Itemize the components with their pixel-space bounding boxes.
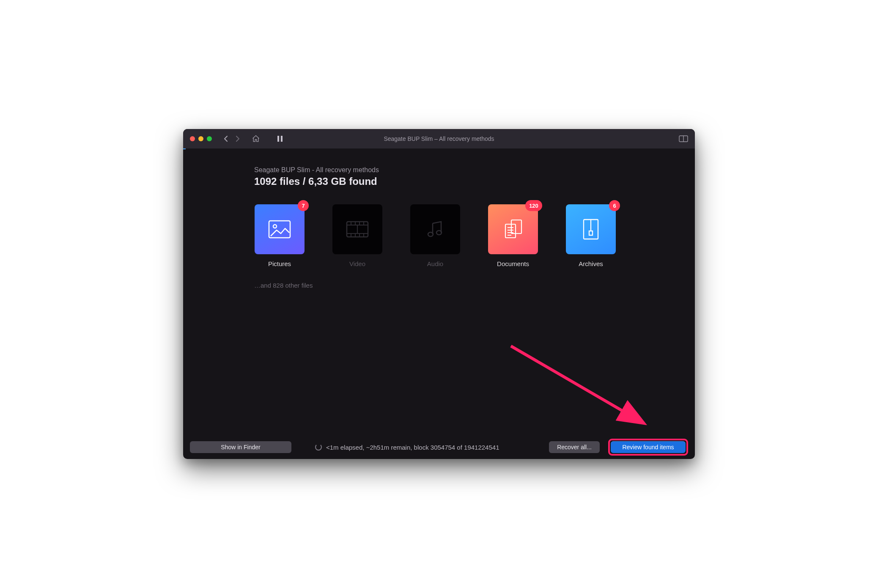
archives-icon xyxy=(582,218,599,240)
archives-label: Archives xyxy=(579,260,603,267)
minimize-window-button[interactable] xyxy=(198,136,203,141)
scan-status: <1m elapsed, ~2h51m remain, block 305475… xyxy=(315,444,541,451)
video-icon xyxy=(346,220,369,239)
maximize-window-button[interactable] xyxy=(207,136,212,141)
category-documents[interactable]: 120 Documents xyxy=(488,204,538,267)
pictures-label: Pictures xyxy=(268,260,291,267)
pause-button[interactable] xyxy=(277,135,283,142)
category-row: 7 Pictures xyxy=(254,204,661,267)
footer: Show in Finder <1m elapsed, ~2h51m remai… xyxy=(183,435,695,459)
category-archives[interactable]: 6 Archives xyxy=(565,204,616,267)
video-label: Video xyxy=(349,260,365,267)
audio-tile xyxy=(410,204,460,254)
content-area: Seagate BUP Slim - All recovery methods … xyxy=(183,149,695,435)
home-button[interactable] xyxy=(252,135,260,143)
svg-rect-0 xyxy=(277,136,279,142)
recover-all-button[interactable]: Recover all... xyxy=(549,441,600,453)
pictures-icon xyxy=(268,220,291,239)
app-window: Seagate BUP Slim – All recovery methods … xyxy=(183,129,695,459)
archives-badge: 6 xyxy=(609,200,620,211)
archives-tile: 6 xyxy=(566,204,616,254)
traffic-lights xyxy=(190,136,212,141)
category-audio[interactable]: Audio xyxy=(410,204,461,267)
other-files-text: …and 828 other files xyxy=(254,282,661,289)
video-tile xyxy=(332,204,382,254)
svg-rect-29 xyxy=(589,231,593,235)
documents-tile: 120 xyxy=(488,204,538,254)
pictures-tile: 7 xyxy=(255,204,305,254)
review-button-highlight: Review found items xyxy=(608,439,688,456)
documents-icon xyxy=(502,218,524,240)
spinner-icon xyxy=(315,444,322,451)
svg-rect-1 xyxy=(281,136,283,142)
nav-forward-button xyxy=(236,135,240,142)
documents-label: Documents xyxy=(497,260,529,267)
documents-badge: 120 xyxy=(525,200,542,211)
close-window-button[interactable] xyxy=(190,136,195,141)
pictures-badge: 7 xyxy=(298,200,309,211)
category-pictures[interactable]: 7 Pictures xyxy=(254,204,305,267)
nav-back-button[interactable] xyxy=(224,135,228,142)
review-found-items-button[interactable]: Review found items xyxy=(611,441,686,453)
found-heading: 1092 files / 6,33 GB found xyxy=(254,176,661,187)
titlebar: Seagate BUP Slim – All recovery methods xyxy=(183,129,695,148)
status-text: <1m elapsed, ~2h51m remain, block 305475… xyxy=(326,444,499,451)
svg-point-5 xyxy=(273,225,277,228)
svg-rect-21 xyxy=(505,224,516,238)
audio-label: Audio xyxy=(427,260,443,267)
nav-group xyxy=(224,135,240,142)
audio-icon xyxy=(425,219,445,239)
category-video[interactable]: Video xyxy=(332,204,383,267)
panel-toggle-button[interactable] xyxy=(679,135,688,142)
content-subtitle: Seagate BUP Slim - All recovery methods xyxy=(254,166,661,174)
show-in-finder-button[interactable]: Show in Finder xyxy=(190,441,291,453)
